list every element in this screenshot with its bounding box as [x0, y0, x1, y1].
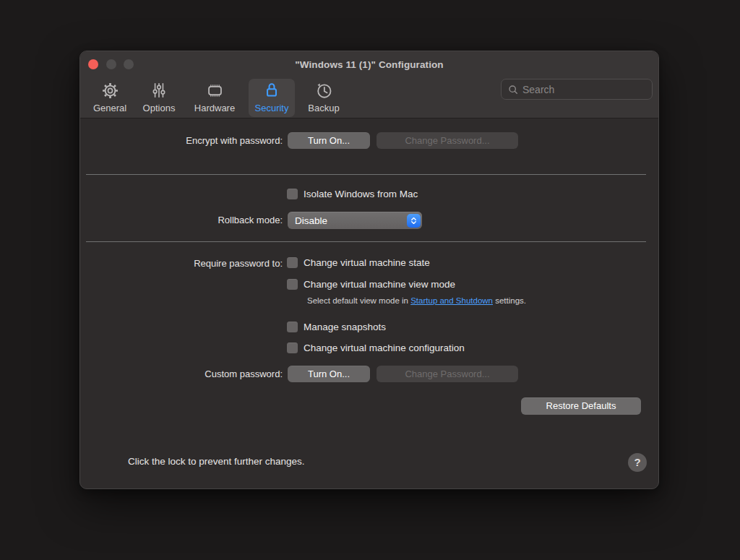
- sliders-icon: [150, 79, 168, 102]
- require-snapshots-checkbox[interactable]: [287, 322, 298, 332]
- require-view-mode-label: Change virtual machine view mode: [304, 278, 455, 290]
- custom-turn-on-button[interactable]: Turn On...: [288, 366, 370, 382]
- popup-chevrons-icon: [407, 214, 421, 228]
- rollback-popup-value: Disable: [288, 215, 407, 226]
- rollback-label: Rollback mode:: [80, 212, 283, 229]
- note-suffix: settings.: [493, 296, 526, 305]
- restore-defaults-button[interactable]: Restore Defaults: [521, 397, 641, 415]
- encrypt-change-password-button: Change Password...: [377, 132, 518, 149]
- search-icon: [507, 84, 519, 95]
- time-machine-icon: [314, 79, 334, 102]
- lock-hint-text: Click the lock to prevent further change…: [128, 456, 305, 467]
- require-password-label: Require password to:: [80, 257, 283, 270]
- help-button[interactable]: ?: [628, 453, 647, 472]
- tab-backup[interactable]: Backup: [302, 79, 345, 117]
- search-input[interactable]: [522, 84, 646, 95]
- tab-security-label: Security: [255, 103, 289, 114]
- tab-hardware-label: Hardware: [194, 103, 235, 114]
- encrypt-turn-on-button[interactable]: Turn On...: [288, 132, 370, 149]
- divider: [86, 241, 646, 242]
- custom-password-label: Custom password:: [80, 366, 283, 382]
- view-mode-note: Select default view mode in Startup and …: [307, 296, 526, 306]
- startup-shutdown-link[interactable]: Startup and Shutdown: [410, 296, 493, 305]
- isolate-checkbox-label: Isolate Windows from Mac: [304, 188, 418, 200]
- configuration-window: "Windows 11 (1)" Configuration: [79, 51, 659, 489]
- require-state-checkbox[interactable]: [287, 257, 298, 268]
- require-snapshots-label: Manage snapshots: [304, 321, 386, 333]
- require-configuration-checkbox[interactable]: [287, 343, 298, 353]
- search-field[interactable]: [501, 79, 653, 100]
- note-prefix: Select default view mode in: [307, 296, 410, 305]
- window-chrome: "Windows 11 (1)" Configuration: [80, 51, 658, 119]
- window-title: "Windows 11 (1)" Configuration: [80, 51, 658, 77]
- tab-options[interactable]: Options: [137, 79, 181, 117]
- rollback-mode-popup[interactable]: Disable: [288, 212, 422, 229]
- tab-general-label: General: [93, 103, 126, 114]
- tab-hardware[interactable]: Hardware: [189, 79, 241, 117]
- lock-icon: [262, 79, 281, 102]
- chip-icon: [205, 79, 225, 102]
- divider: [86, 174, 646, 175]
- titlebar: "Windows 11 (1)" Configuration: [80, 51, 658, 77]
- isolate-checkbox[interactable]: [287, 189, 298, 199]
- encrypt-label: Encrypt with password:: [80, 132, 283, 149]
- tab-general[interactable]: General: [87, 79, 132, 117]
- require-configuration-label: Change virtual machine configuration: [304, 342, 465, 354]
- tab-options-label: Options: [143, 103, 176, 114]
- custom-change-password-button: Change Password...: [377, 366, 518, 382]
- security-pane: Encrypt with password: Turn On... Change…: [80, 119, 658, 488]
- gear-icon: [100, 79, 120, 102]
- require-state-label: Change virtual machine state: [304, 257, 430, 269]
- tab-security[interactable]: Security: [249, 79, 295, 117]
- require-view-mode-checkbox[interactable]: [287, 279, 298, 290]
- tab-backup-label: Backup: [308, 103, 339, 114]
